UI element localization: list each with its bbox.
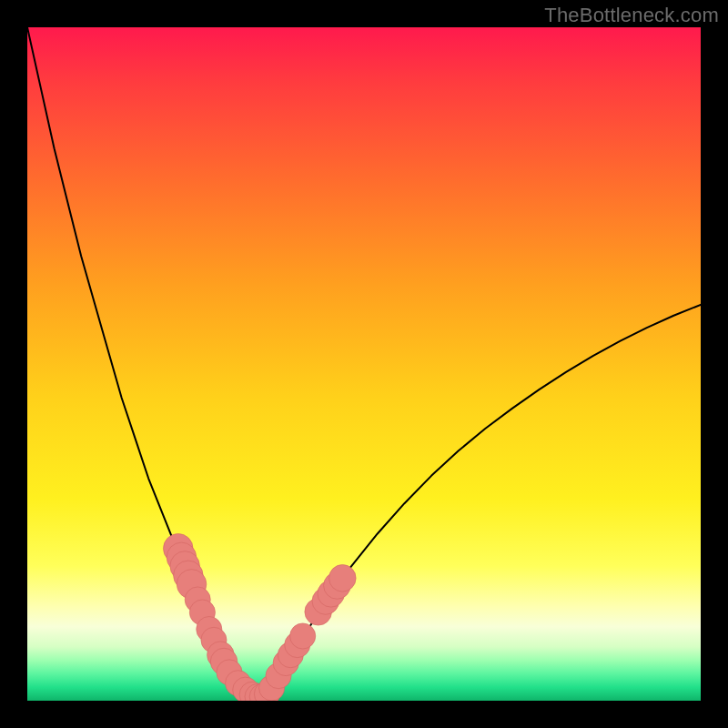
data-marker	[329, 565, 357, 592]
chart-frame: TheBottleneck.com	[0, 0, 728, 728]
bottleneck-curve	[27, 27, 701, 695]
data-markers	[163, 533, 356, 701]
curve-layer	[27, 27, 701, 701]
plot-area	[27, 27, 701, 701]
watermark-text: TheBottleneck.com	[544, 4, 719, 27]
data-marker	[290, 623, 316, 649]
